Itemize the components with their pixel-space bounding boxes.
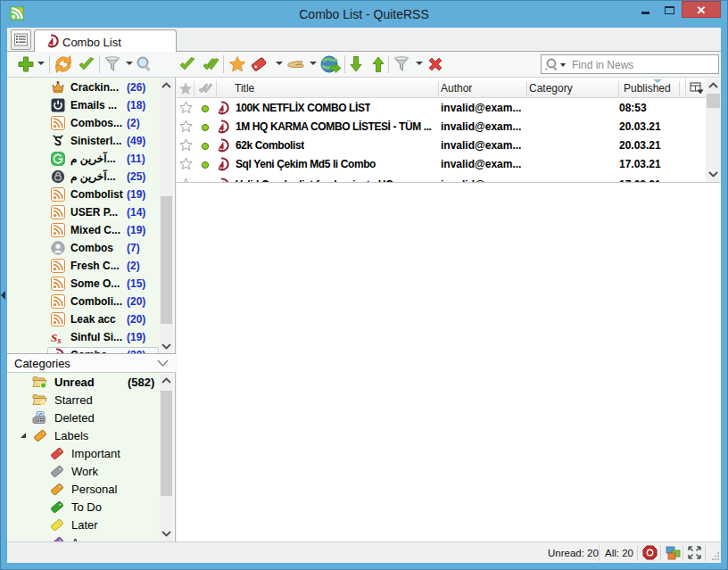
svg-text:*: * bbox=[545, 67, 548, 73]
svg-text:s: s bbox=[57, 335, 62, 345]
svg-text:S: S bbox=[51, 331, 57, 344]
